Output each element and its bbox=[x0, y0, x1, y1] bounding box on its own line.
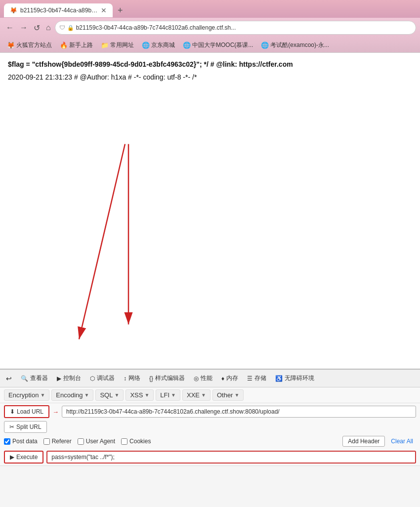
browser-chrome: 🦊 b21159c3-0b47-44ca-a89b-7c74 ✕ + ← → ↺… bbox=[0, 0, 420, 53]
page-content-line1: $flag = "ctfshow{9bde09ff-9899-45cd-9d01… bbox=[8, 59, 412, 70]
devtools-network[interactable]: ↕ 网络 bbox=[120, 372, 144, 384]
referer-checkbox[interactable] bbox=[43, 438, 50, 445]
execute-icon: ▶ bbox=[10, 454, 14, 461]
accessibility-icon: ♿ bbox=[275, 375, 283, 382]
bookmark-firefox[interactable]: 🦊 火狐官方站点 bbox=[4, 40, 55, 50]
page-content-line2: 2020-09-21 21:31:23 # @Author: h1xa # -*… bbox=[8, 72, 412, 83]
globe3-icon: 🌐 bbox=[261, 42, 269, 49]
bookmarks-bar: 🦊 火狐官方站点 🔥 新手上路 📁 常用网址 🌐 京东商城 🌐 中国大学MOOC… bbox=[0, 38, 420, 52]
active-tab[interactable]: 🦊 b21159c3-0b47-44ca-a89b-7c74 ✕ bbox=[4, 3, 113, 17]
devtools-pick-element[interactable]: ↩ bbox=[2, 373, 16, 384]
devtools-debugger[interactable]: ⬡ 调试器 bbox=[86, 372, 119, 384]
split-url-button[interactable]: ✂ Split URL bbox=[4, 421, 47, 433]
globe2-icon: 🌐 bbox=[183, 42, 191, 49]
hackbar-split-row: ✂ Split URL bbox=[0, 420, 420, 434]
cookies-checkbox-label[interactable]: Cookies bbox=[121, 438, 151, 445]
storage-label: 存储 bbox=[254, 374, 266, 382]
hackbar-url-input[interactable] bbox=[62, 406, 416, 418]
hackbar-menu-encoding[interactable]: Encoding ▼ bbox=[51, 389, 93, 401]
bookmark-label: 常用网址 bbox=[110, 41, 134, 49]
bookmark-label: 中国大学MOOC(慕课... bbox=[192, 41, 253, 49]
encryption-arrow: ▼ bbox=[40, 392, 45, 398]
hackbar-menu-row: Encryption ▼ Encoding ▼ SQL ▼ XSS ▼ bbox=[0, 387, 420, 403]
globe-icon: 🌐 bbox=[142, 42, 150, 49]
page-text: $flag = "ctfshow{9bde09ff-9899-45cd-9d01… bbox=[0, 53, 420, 89]
load-url-button[interactable]: ⬇ Load URL bbox=[4, 405, 49, 418]
svg-line-3 bbox=[79, 144, 125, 339]
inspector-icon: 🔍 bbox=[21, 375, 28, 382]
perf-label: 性能 bbox=[201, 374, 212, 382]
home-button[interactable]: ⌂ bbox=[44, 22, 53, 33]
memory-icon: ♦ bbox=[221, 375, 224, 382]
bookmark-newbie[interactable]: 🔥 新手上路 bbox=[57, 40, 96, 50]
devtools-memory[interactable]: ♦ 内存 bbox=[217, 372, 242, 384]
hackbar-menu-encryption[interactable]: Encryption ▼ bbox=[4, 389, 49, 401]
cookies-label: Cookies bbox=[129, 438, 151, 445]
postdata-checkbox-label[interactable]: Post data bbox=[4, 438, 38, 445]
new-tab-button[interactable]: + bbox=[116, 5, 125, 16]
encoding-label: Encoding bbox=[56, 391, 83, 399]
split-url-icon: ✂ bbox=[9, 423, 14, 430]
hackbar-checkboxes: Post data Referer User Agent Cookie bbox=[4, 438, 339, 445]
hackbar: Encryption ▼ Encoding ▼ SQL ▼ XSS ▼ bbox=[0, 387, 420, 466]
devtools-performance[interactable]: ◎ 性能 bbox=[190, 372, 216, 384]
devtools-console[interactable]: ▶ 控制台 bbox=[53, 372, 85, 384]
hackbar-menu-xxe[interactable]: XXE ▼ bbox=[182, 389, 210, 401]
devtools-accessibility[interactable]: ♿ 无障碍环境 bbox=[271, 372, 318, 384]
perf-icon: ◎ bbox=[194, 375, 199, 382]
add-header-button[interactable]: Add Header bbox=[342, 436, 385, 447]
inspector-label: 查看器 bbox=[30, 374, 48, 382]
bookmark-jd[interactable]: 🌐 京东商城 bbox=[139, 40, 178, 50]
load-url-label: Load URL bbox=[17, 408, 43, 415]
nav-bar: ← → ↺ ⌂ 🛡 🔒 bbox=[0, 18, 420, 38]
other-label: Other bbox=[217, 391, 233, 399]
postdata-label: Post data bbox=[12, 438, 38, 445]
storage-icon: ☰ bbox=[247, 375, 252, 382]
cookies-checkbox[interactable] bbox=[121, 438, 127, 445]
firefox-icon: 🦊 bbox=[7, 42, 15, 49]
hackbar-menu-lfi[interactable]: LFI ▼ bbox=[156, 389, 180, 401]
bookmark-common[interactable]: 📁 常用网址 bbox=[98, 40, 137, 50]
console-icon: ▶ bbox=[57, 375, 61, 382]
postdata-checkbox[interactable] bbox=[4, 438, 10, 445]
encryption-label: Encryption bbox=[8, 391, 39, 399]
devtools-style-editor[interactable]: {} 样式编辑器 bbox=[145, 372, 189, 384]
bookmark-label: 考试酷(examcoo)-永... bbox=[270, 41, 329, 49]
tab-close-button[interactable]: ✕ bbox=[101, 7, 107, 14]
hackbar-menu-sql[interactable]: SQL ▼ bbox=[95, 389, 124, 401]
useragent-checkbox[interactable] bbox=[78, 438, 84, 445]
reload-button[interactable]: ↺ bbox=[32, 22, 42, 34]
folder-icon: 📁 bbox=[101, 42, 109, 49]
xxe-label: XXE bbox=[187, 391, 200, 399]
hackbar-body-input[interactable] bbox=[46, 451, 416, 464]
hackbar-menu-other[interactable]: Other ▼ bbox=[212, 389, 244, 401]
xss-label: XSS bbox=[130, 391, 143, 399]
hackbar-execute-row: ▶ Execute bbox=[0, 449, 420, 465]
bookmark-examcoo[interactable]: 🌐 考试酷(examcoo)-永... bbox=[258, 40, 332, 50]
address-bar-input[interactable] bbox=[76, 24, 412, 31]
page-body: $flag = "ctfshow{9bde09ff-9899-45cd-9d01… bbox=[0, 53, 420, 369]
back-button[interactable]: ← bbox=[4, 22, 16, 33]
arrow-right-icon: → bbox=[52, 408, 59, 416]
address-bar-icons: 🛡 🔒 bbox=[59, 24, 74, 31]
lfi-arrow: ▼ bbox=[171, 392, 176, 398]
referer-label: Referer bbox=[52, 438, 72, 445]
bookmark-mooc[interactable]: 🌐 中国大学MOOC(慕课... bbox=[180, 40, 256, 50]
referer-checkbox-label[interactable]: Referer bbox=[43, 438, 72, 445]
load-url-icon: ⬇ bbox=[10, 408, 15, 415]
network-label: 网络 bbox=[128, 374, 140, 382]
newbie-icon: 🔥 bbox=[60, 42, 68, 49]
execute-button[interactable]: ▶ Execute bbox=[4, 451, 43, 464]
other-arrow: ▼ bbox=[234, 392, 239, 398]
xxe-arrow: ▼ bbox=[201, 392, 206, 398]
forward-button[interactable]: → bbox=[18, 22, 30, 33]
network-icon: ↕ bbox=[124, 375, 126, 382]
useragent-checkbox-label[interactable]: User Agent bbox=[78, 438, 115, 445]
style-icon: {} bbox=[149, 375, 153, 382]
sql-arrow: ▼ bbox=[114, 392, 119, 398]
devtools-inspector[interactable]: 🔍 查看器 bbox=[17, 372, 52, 384]
bookmark-label: 火狐官方站点 bbox=[16, 41, 52, 49]
hackbar-menu-xss[interactable]: XSS ▼ bbox=[126, 389, 154, 401]
devtools-storage[interactable]: ☰ 存储 bbox=[243, 372, 270, 384]
clear-all-button[interactable]: Clear All bbox=[388, 436, 416, 446]
